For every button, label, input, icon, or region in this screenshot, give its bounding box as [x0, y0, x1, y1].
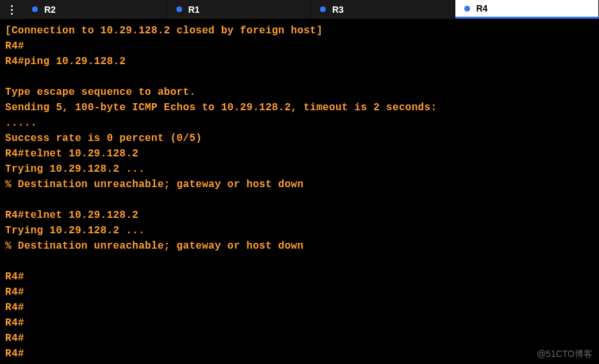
tab-r2[interactable]: R2	[23, 0, 167, 19]
terminal-line: R4#ping 10.29.128.2	[5, 54, 594, 69]
terminal-line: R4#telnet 10.29.128.2	[5, 208, 594, 223]
terminal-line: .....	[5, 115, 594, 131]
tab-r4[interactable]: R4	[455, 0, 600, 19]
tab-bar: R2R1R3R4	[23, 0, 599, 19]
terminal-line: Success rate is 0 percent (0/5)	[5, 131, 594, 146]
terminal-line	[5, 192, 594, 208]
status-dot-icon	[176, 6, 182, 12]
terminal-line: Trying 10.29.128.2 ...	[5, 223, 594, 238]
terminal-line: R4#	[5, 269, 594, 285]
terminal-line: % Destination unreachable; gateway or ho…	[5, 238, 594, 254]
watermark: @51CTO博客	[537, 349, 593, 360]
status-dot-icon	[32, 6, 38, 12]
terminal-line: Type escape sequence to abort.	[5, 85, 594, 100]
top-bar: R2R1R3R4	[0, 0, 599, 19]
terminal-line: R4#	[5, 315, 594, 331]
terminal-line: [Connection to 10.29.128.2 closed by for…	[5, 23, 594, 38]
terminal-line: R4#	[5, 346, 594, 361]
tab-r3[interactable]: R3	[311, 0, 455, 19]
terminal-output[interactable]: [Connection to 10.29.128.2 closed by for…	[0, 19, 599, 364]
dots-vertical-icon	[11, 5, 13, 15]
tab-label: R3	[332, 4, 344, 15]
terminal-line: % Destination unreachable; gateway or ho…	[5, 177, 594, 192]
status-dot-icon	[464, 6, 470, 12]
terminal-line: R4#	[5, 38, 594, 54]
terminal-line: R4#	[5, 331, 594, 346]
terminal-line: R4#	[5, 285, 594, 300]
terminal-line: Trying 10.29.128.2 ...	[5, 161, 594, 177]
terminal-line	[5, 254, 594, 269]
terminal-line: R4#	[5, 300, 594, 315]
menu-button[interactable]	[0, 0, 23, 19]
terminal-line	[5, 69, 594, 85]
terminal-line: R4#telnet 10.29.128.2	[5, 146, 594, 161]
terminal-line: Sending 5, 100-byte ICMP Echos to 10.29.…	[5, 100, 594, 115]
tab-r1[interactable]: R1	[167, 0, 312, 19]
tab-label: R2	[44, 4, 56, 15]
status-dot-icon	[320, 6, 326, 12]
tab-label: R4	[477, 3, 488, 13]
tab-label: R1	[189, 4, 200, 15]
